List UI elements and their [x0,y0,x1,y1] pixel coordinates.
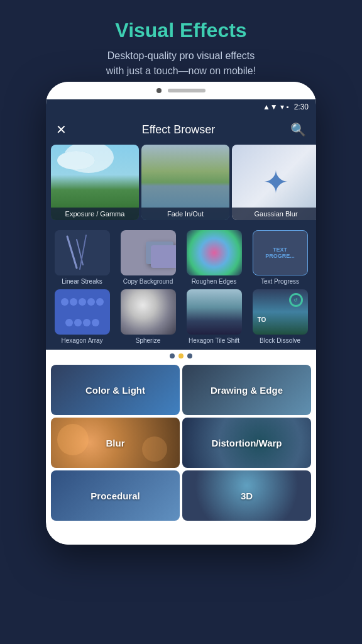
category-label-3d: 3D [241,491,253,501]
hex-dot [61,298,69,306]
pagination-dots [46,350,316,362]
hex-dot [92,319,99,326]
app-header: Visual Effects Desktop-quality pro visua… [0,0,362,91]
effect-roughen-edges[interactable]: Roughen Edges [183,230,245,286]
featured-item-exposure[interactable]: Exposure / Gamma [51,145,139,220]
effect-spherize[interactable]: Spherize [117,289,179,345]
page-title: Visual Effects [25,19,337,42]
hex-dot [70,298,77,306]
category-color-light[interactable]: Color & Light [51,365,180,415]
featured-label-fade: Fade In/Out [141,208,229,220]
hex-dot [65,319,73,326]
effects-grid-section: Linear Streaks Copy Background Roughen E… [46,225,316,350]
pagination-dot-3[interactable] [187,353,192,358]
effect-label-spherize: Spherize [136,337,160,345]
category-grid: Color & Light Drawing & Edge Blur Distor… [46,362,316,526]
effect-label-block: Block Dissolve [260,337,300,345]
hex-dot [79,298,86,306]
featured-label-exposure: Exposure / Gamma [51,208,139,220]
category-distortion-warp[interactable]: Distortion/Warp [182,418,311,468]
battery-icon: ▪ [287,103,289,111]
featured-item-gaussian[interactable]: ✦ Gaussian Blur [232,145,316,220]
block-circle-icon: ↺ [289,293,303,307]
hex-dot [87,298,95,306]
signal-icon: ▲▼ [263,103,278,111]
effect-linear-streaks[interactable]: Linear Streaks [51,230,113,286]
block-to-label: TO [258,316,266,323]
search-button[interactable]: 🔍 [290,122,306,137]
star-decoration: ✦ [263,164,289,201]
effect-label-copy-bg: Copy Background [123,278,173,286]
effect-thumb-roughen [187,230,242,275]
phone-frame: ▲▼ ▾ ▪ 2:30 ✕ Effect Browser 🔍 Exposure … [46,82,316,545]
effect-text-progress[interactable]: TEXTPROGRE... Text Progress [249,230,311,286]
wifi-icon: ▾ [280,103,284,111]
hex-dot [83,319,90,326]
pagination-dot-2[interactable] [178,353,184,358]
category-label-procedural: Procedural [90,491,140,501]
hex-dot [96,298,104,306]
effect-label-linear: Linear Streaks [62,278,102,286]
status-icons: ▲▼ ▾ ▪ 2:30 [263,103,309,111]
effect-copy-background[interactable]: Copy Background [117,230,179,286]
category-label-color-light: Color & Light [85,385,145,396]
category-label-blur: Blur [106,438,125,448]
category-label-drawing: Drawing & Edge [211,385,283,396]
status-bar: ▲▼ ▾ ▪ 2:30 [46,99,316,114]
linear-streaks-svg [55,230,110,275]
effect-thumb-copy-bg [121,230,176,275]
phone-bottom-bar [46,526,316,545]
effect-thumb-spherize [121,289,176,335]
category-drawing-edge[interactable]: Drawing & Edge [182,365,311,415]
clock: 2:30 [294,103,309,111]
effect-hexagon-array[interactable]: Hexagon Array [51,289,113,345]
app-title: Effect Browser [142,123,216,136]
effect-thumb-block: ↺ TO [253,289,308,335]
effect-thumb-text: TEXTPROGRE... [253,230,308,275]
effect-label-text: Text Progress [261,278,299,286]
hex-dot [74,319,82,326]
phone-camera [156,88,162,93]
effect-thumb-hex-tile [187,289,242,335]
page-subtitle: Desktop-quality pro visual effectswith j… [25,48,337,79]
effect-label-hex-tile: Hexagon Tile Shift [189,337,239,345]
category-blur[interactable]: Blur [51,418,180,468]
text-progress-preview: TEXTPROGRE... [265,247,295,259]
app-topbar: ✕ Effect Browser 🔍 [46,114,316,145]
category-procedural[interactable]: Procedural [51,470,180,521]
featured-item-fade[interactable]: Fade In/Out [141,145,229,220]
category-3d[interactable]: 3D [182,470,311,521]
featured-effects-row: Exposure / Gamma Fade In/Out ✦ Gaussian … [46,145,316,225]
effect-block-dissolve[interactable]: ↺ TO Block Dissolve [249,289,311,345]
pagination-dot-1[interactable] [170,353,175,358]
effect-thumb-linear [55,230,110,275]
effects-grid: Linear Streaks Copy Background Roughen E… [51,230,311,345]
phone-physical-top [46,82,316,99]
effect-thumb-hexagon [55,289,110,335]
effect-label-hexagon: Hexagon Array [61,337,102,345]
phone-speaker [168,89,206,92]
close-button[interactable]: ✕ [56,122,67,137]
featured-label-gaussian: Gaussian Blur [232,208,316,220]
effect-hex-tile-shift[interactable]: Hexagon Tile Shift [183,289,245,345]
category-label-distort: Distortion/Warp [212,438,282,448]
effect-label-roughen: Roughen Edges [192,278,237,286]
